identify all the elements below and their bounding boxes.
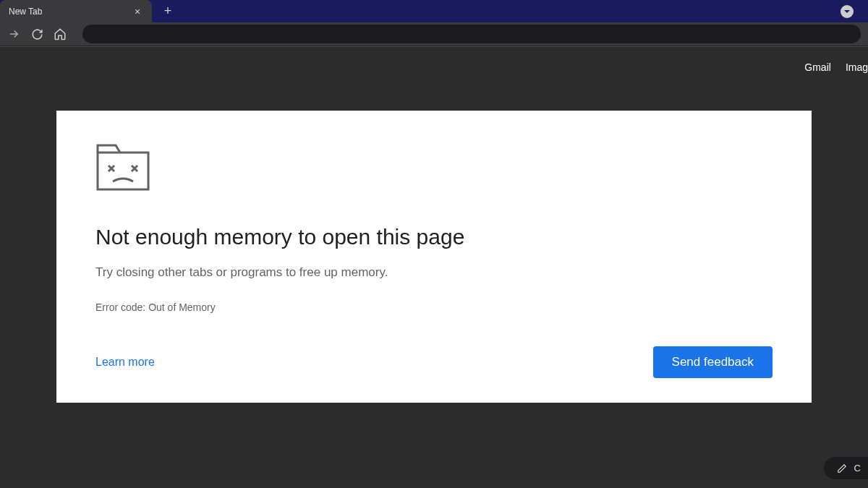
learn-more-link[interactable]: Learn more (95, 356, 155, 369)
shortcut-links: Gmail Imag (804, 61, 868, 73)
error-description: Try closing other tabs or programs to fr… (95, 265, 773, 280)
customize-button[interactable]: C (824, 457, 868, 479)
error-actions: Learn more Send feedback (95, 346, 773, 378)
window-titlebar: New Tab × + (0, 0, 868, 22)
images-link[interactable]: Imag (846, 61, 868, 73)
sad-folder-icon (95, 142, 150, 192)
pencil-icon (837, 463, 847, 474)
error-title: Not enough memory to open this page (95, 225, 773, 249)
new-tab-button[interactable]: + (161, 4, 175, 19)
error-code: Error code: Out of Memory (95, 301, 773, 313)
send-feedback-button[interactable]: Send feedback (653, 346, 773, 378)
gmail-link[interactable]: Gmail (804, 61, 831, 73)
browser-toolbar (0, 22, 868, 46)
browser-tab[interactable]: New Tab × (0, 0, 152, 22)
reload-icon[interactable] (30, 27, 43, 40)
error-panel: Not enough memory to open this page Try … (56, 111, 812, 403)
profile-menu-icon[interactable] (841, 5, 854, 18)
home-icon[interactable] (54, 27, 67, 40)
close-tab-icon[interactable]: × (132, 6, 143, 17)
svg-rect-0 (98, 153, 148, 189)
address-bar[interactable] (82, 25, 861, 43)
forward-icon[interactable] (7, 27, 20, 40)
tab-title: New Tab (9, 7, 126, 17)
customize-label: C (854, 463, 861, 474)
page-content: Gmail Imag Not enough memory to open thi… (0, 46, 868, 488)
